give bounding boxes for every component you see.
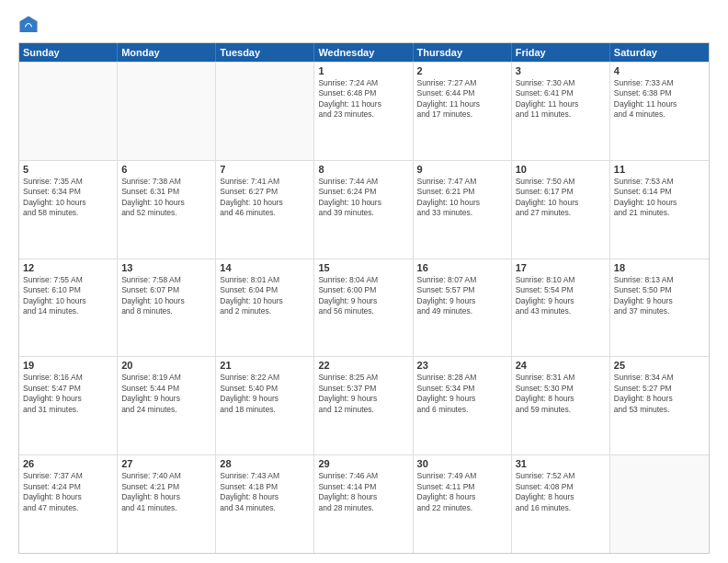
day-number: 2 (417, 65, 507, 76)
page: SundayMondayTuesdayWednesdayThursdayFrid… (0, 0, 728, 563)
day-number: 8 (318, 164, 408, 175)
day-number: 18 (614, 262, 705, 273)
day-number: 4 (614, 65, 705, 76)
day-cell-28: 28Sunrise: 7:43 AM Sunset: 4:18 PM Dayli… (216, 455, 314, 553)
logo (18, 15, 42, 35)
day-info: Sunrise: 8:13 AM Sunset: 5:50 PM Dayligh… (614, 275, 705, 317)
day-info: Sunrise: 7:33 AM Sunset: 6:38 PM Dayligh… (614, 78, 705, 121)
calendar-week-2: 5Sunrise: 7:35 AM Sunset: 6:34 PM Daylig… (19, 160, 709, 259)
empty-cell (118, 63, 216, 160)
header-day-monday: Monday (118, 43, 216, 62)
day-cell-3: 3Sunrise: 7:30 AM Sunset: 6:41 PM Daylig… (512, 63, 610, 160)
day-cell-10: 10Sunrise: 7:50 AM Sunset: 6:17 PM Dayli… (512, 161, 610, 259)
day-number: 13 (121, 262, 211, 273)
day-cell-31: 31Sunrise: 7:52 AM Sunset: 4:08 PM Dayli… (512, 455, 610, 553)
empty-cell (610, 455, 709, 553)
day-number: 30 (417, 458, 507, 469)
day-info: Sunrise: 7:55 AM Sunset: 6:10 PM Dayligh… (23, 275, 113, 317)
day-cell-27: 27Sunrise: 7:40 AM Sunset: 4:21 PM Dayli… (118, 455, 216, 553)
day-info: Sunrise: 7:53 AM Sunset: 6:14 PM Dayligh… (614, 177, 705, 219)
header-day-thursday: Thursday (414, 43, 512, 62)
day-info: Sunrise: 8:31 AM Sunset: 5:30 PM Dayligh… (516, 373, 606, 415)
day-info: Sunrise: 7:38 AM Sunset: 6:31 PM Dayligh… (121, 177, 211, 219)
header-day-friday: Friday (512, 43, 610, 62)
day-info: Sunrise: 8:01 AM Sunset: 6:04 PM Dayligh… (220, 275, 310, 317)
day-info: Sunrise: 8:16 AM Sunset: 5:47 PM Dayligh… (23, 373, 113, 415)
day-cell-29: 29Sunrise: 7:46 AM Sunset: 4:14 PM Dayli… (314, 455, 413, 553)
day-info: Sunrise: 7:52 AM Sunset: 4:08 PM Dayligh… (516, 471, 606, 513)
day-number: 6 (121, 164, 211, 175)
day-info: Sunrise: 7:30 AM Sunset: 6:41 PM Dayligh… (516, 78, 606, 121)
day-cell-25: 25Sunrise: 8:34 AM Sunset: 5:27 PM Dayli… (610, 357, 709, 454)
day-number: 7 (220, 164, 310, 175)
day-info: Sunrise: 8:28 AM Sunset: 5:34 PM Dayligh… (417, 373, 507, 415)
day-info: Sunrise: 7:35 AM Sunset: 6:34 PM Dayligh… (23, 177, 113, 219)
day-cell-20: 20Sunrise: 8:19 AM Sunset: 5:44 PM Dayli… (118, 357, 216, 454)
day-cell-15: 15Sunrise: 8:04 AM Sunset: 6:00 PM Dayli… (314, 259, 413, 357)
day-number: 12 (23, 262, 113, 273)
day-cell-2: 2Sunrise: 7:27 AM Sunset: 6:44 PM Daylig… (414, 63, 512, 160)
day-cell-11: 11Sunrise: 7:53 AM Sunset: 6:14 PM Dayli… (610, 161, 709, 259)
day-number: 17 (516, 262, 606, 273)
day-info: Sunrise: 7:58 AM Sunset: 6:07 PM Dayligh… (121, 275, 211, 317)
day-number: 22 (318, 360, 408, 371)
day-info: Sunrise: 7:41 AM Sunset: 6:27 PM Dayligh… (220, 177, 310, 219)
day-info: Sunrise: 7:50 AM Sunset: 6:17 PM Dayligh… (516, 177, 606, 219)
day-info: Sunrise: 7:49 AM Sunset: 4:11 PM Dayligh… (417, 471, 507, 513)
day-number: 24 (516, 360, 606, 371)
header-day-wednesday: Wednesday (314, 43, 413, 62)
day-info: Sunrise: 7:46 AM Sunset: 4:14 PM Dayligh… (318, 471, 408, 513)
day-cell-24: 24Sunrise: 8:31 AM Sunset: 5:30 PM Dayli… (512, 357, 610, 454)
day-info: Sunrise: 8:19 AM Sunset: 5:44 PM Dayligh… (121, 373, 211, 415)
day-info: Sunrise: 7:47 AM Sunset: 6:21 PM Dayligh… (417, 177, 507, 219)
day-cell-26: 26Sunrise: 7:37 AM Sunset: 4:24 PM Dayli… (19, 455, 118, 553)
day-info: Sunrise: 8:34 AM Sunset: 5:27 PM Dayligh… (614, 373, 705, 415)
calendar-body: 1Sunrise: 7:24 AM Sunset: 6:48 PM Daylig… (19, 62, 709, 553)
day-number: 23 (417, 360, 507, 371)
day-cell-30: 30Sunrise: 7:49 AM Sunset: 4:11 PM Dayli… (414, 455, 512, 553)
calendar-week-1: 1Sunrise: 7:24 AM Sunset: 6:48 PM Daylig… (19, 62, 709, 160)
day-cell-7: 7Sunrise: 7:41 AM Sunset: 6:27 PM Daylig… (216, 161, 314, 259)
day-info: Sunrise: 8:10 AM Sunset: 5:54 PM Dayligh… (516, 275, 606, 317)
day-cell-4: 4Sunrise: 7:33 AM Sunset: 6:38 PM Daylig… (610, 63, 709, 160)
day-cell-5: 5Sunrise: 7:35 AM Sunset: 6:34 PM Daylig… (19, 161, 118, 259)
day-number: 31 (516, 458, 606, 469)
day-cell-23: 23Sunrise: 8:28 AM Sunset: 5:34 PM Dayli… (414, 357, 512, 454)
header (18, 15, 710, 35)
day-info: Sunrise: 8:25 AM Sunset: 5:37 PM Dayligh… (318, 373, 408, 415)
empty-cell (19, 63, 118, 160)
calendar-week-4: 19Sunrise: 8:16 AM Sunset: 5:47 PM Dayli… (19, 356, 709, 454)
day-cell-14: 14Sunrise: 8:01 AM Sunset: 6:04 PM Dayli… (216, 259, 314, 357)
day-cell-22: 22Sunrise: 8:25 AM Sunset: 5:37 PM Dayli… (314, 357, 413, 454)
day-cell-6: 6Sunrise: 7:38 AM Sunset: 6:31 PM Daylig… (118, 161, 216, 259)
empty-cell (216, 63, 314, 160)
day-cell-9: 9Sunrise: 7:47 AM Sunset: 6:21 PM Daylig… (414, 161, 512, 259)
day-number: 21 (220, 360, 310, 371)
logo-icon (18, 15, 39, 35)
day-number: 20 (121, 360, 211, 371)
day-number: 25 (614, 360, 705, 371)
day-cell-1: 1Sunrise: 7:24 AM Sunset: 6:48 PM Daylig… (314, 63, 413, 160)
day-number: 11 (614, 164, 705, 175)
day-cell-12: 12Sunrise: 7:55 AM Sunset: 6:10 PM Dayli… (19, 259, 118, 357)
day-number: 27 (121, 458, 211, 469)
day-cell-18: 18Sunrise: 8:13 AM Sunset: 5:50 PM Dayli… (610, 259, 709, 357)
header-day-tuesday: Tuesday (216, 43, 314, 62)
day-cell-19: 19Sunrise: 8:16 AM Sunset: 5:47 PM Dayli… (19, 357, 118, 454)
day-info: Sunrise: 7:44 AM Sunset: 6:24 PM Dayligh… (318, 177, 408, 219)
day-info: Sunrise: 7:37 AM Sunset: 4:24 PM Dayligh… (23, 471, 113, 513)
day-info: Sunrise: 7:43 AM Sunset: 4:18 PM Dayligh… (220, 471, 310, 513)
day-cell-17: 17Sunrise: 8:10 AM Sunset: 5:54 PM Dayli… (512, 259, 610, 357)
day-number: 14 (220, 262, 310, 273)
day-number: 19 (23, 360, 113, 371)
day-info: Sunrise: 8:07 AM Sunset: 5:57 PM Dayligh… (417, 275, 507, 317)
day-number: 26 (23, 458, 113, 469)
day-cell-16: 16Sunrise: 8:07 AM Sunset: 5:57 PM Dayli… (414, 259, 512, 357)
calendar-week-5: 26Sunrise: 7:37 AM Sunset: 4:24 PM Dayli… (19, 454, 709, 553)
header-day-sunday: Sunday (19, 43, 118, 62)
day-info: Sunrise: 8:22 AM Sunset: 5:40 PM Dayligh… (220, 373, 310, 415)
day-info: Sunrise: 8:04 AM Sunset: 6:00 PM Dayligh… (318, 275, 408, 317)
day-number: 15 (318, 262, 408, 273)
calendar-header: SundayMondayTuesdayWednesdayThursdayFrid… (19, 43, 709, 62)
header-day-saturday: Saturday (610, 43, 709, 62)
